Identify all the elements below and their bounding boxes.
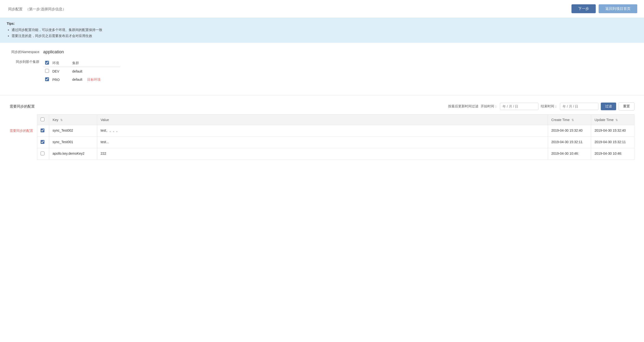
cluster-td-env-dev: DEV <box>50 67 70 76</box>
filter-end-date[interactable] <box>560 103 598 110</box>
row-checkbox-2[interactable] <box>40 152 44 156</box>
cluster-table-container: 环境 集群 DEV default <box>43 59 120 84</box>
config-table-wrapper: 需要同步的配置 Key ⇅ Value <box>10 114 634 160</box>
config-section-title: 需要同步的配置 <box>10 104 35 109</box>
td-check-2 <box>37 148 49 160</box>
filter-label: 按最后更新时间过滤 <box>448 104 478 108</box>
cluster-td-check-dev <box>43 67 50 76</box>
table-row: sync_Test001 test... 2019-04-30 15:32:11… <box>37 137 634 148</box>
header-buttons: 下一步 返回到项目首页 <box>572 4 637 13</box>
td-create-1: 2019-04-30 15:32:11 <box>548 137 591 148</box>
cluster-th-env: 环境 <box>50 59 70 67</box>
select-all-checkbox[interactable] <box>40 118 44 121</box>
namespace-label: 同步的Namespace <box>10 50 43 54</box>
tip-item-2: 需要注意的是，同步完之后需要发布后才会对应用生效 <box>12 33 637 39</box>
table-scroll-container: Key ⇅ Value Create Time ⇅ Update Time <box>37 114 634 160</box>
next-step-button[interactable]: 下一步 <box>572 4 596 13</box>
data-table-header-row: Key ⇅ Value Create Time ⇅ Update Time <box>37 114 634 125</box>
td-value-0: test。。。。 <box>97 125 548 137</box>
table-row: apollo.key.demoKey2 222 2019-04-30 10:46… <box>37 148 634 160</box>
th-value: Value <box>97 114 548 125</box>
row-checkbox-1[interactable] <box>40 140 44 144</box>
td-create-2: 2019-04-30 10:46: <box>548 148 591 160</box>
td-value-2: 222 <box>97 148 548 160</box>
config-data-table: Key ⇅ Value Create Time ⇅ Update Time <box>37 114 634 160</box>
th-key: Key ⇅ <box>49 114 97 125</box>
filter-area: 按最后更新时间过滤 开始时间： 结束时间： 过滤 重置 <box>40 102 634 110</box>
config-header: 需要同步的配置 按最后更新时间过滤 开始时间： 结束时间： 过滤 重置 <box>10 102 634 110</box>
create-sort-icon: ⇅ <box>572 118 574 122</box>
filter-start-label: 开始时间： <box>481 104 498 108</box>
cluster-checkbox-pro[interactable] <box>45 77 49 81</box>
cluster-checkbox-dev[interactable] <box>45 69 49 73</box>
cluster-label: 同步到那个集群 <box>10 59 43 64</box>
cluster-check-all[interactable] <box>45 61 49 64</box>
th-create-time: Create Time ⇅ <box>548 114 591 125</box>
td-key-2: apollo.key.demoKey2 <box>49 148 97 160</box>
update-sort-icon: ⇅ <box>616 118 618 122</box>
cluster-table-header-row: 环境 集群 <box>43 59 120 67</box>
filter-start-date[interactable] <box>500 103 538 110</box>
cluster-th-check <box>43 59 50 67</box>
back-to-home-button[interactable]: 返回到项目首页 <box>598 4 637 13</box>
key-sort-icon: ⇅ <box>60 118 63 122</box>
tip-item-1: 通过同步配置功能，可以使多个环境、集群间的配置保持一致 <box>12 27 637 33</box>
filter-end-label: 结束时间： <box>541 104 558 108</box>
row-checkbox-0[interactable] <box>40 128 44 132</box>
td-key-1: sync_Test001 <box>49 137 97 148</box>
namespace-row: 同步的Namespace application <box>10 50 634 54</box>
td-value-1: test... <box>97 137 548 148</box>
td-key-0: sync_Test002 <box>49 125 97 137</box>
th-check <box>37 114 49 125</box>
reset-button[interactable]: 重置 <box>618 102 634 110</box>
page-header: 同步配置 （第一步:选择同步信息） 下一步 返回到项目首页 <box>0 0 644 18</box>
namespace-value: application <box>43 50 64 54</box>
tips-list: 通过同步配置功能，可以使多个环境、集群间的配置保持一致 需要注意的是，同步完之后… <box>7 27 637 39</box>
td-update-2: 2019-04-30 10:46: <box>591 148 634 160</box>
filter-button[interactable]: 过滤 <box>601 102 616 110</box>
target-env-label: 目标环境 <box>87 78 100 82</box>
config-section: 需要同步的配置 按最后更新时间过滤 开始时间： 结束时间： 过滤 重置 需要同步… <box>0 96 644 166</box>
subtitle-text: （第一步:选择同步信息） <box>26 7 66 11</box>
page-title: 同步配置 （第一步:选择同步信息） <box>7 6 66 12</box>
td-update-0: 2019-04-30 15:32:40 <box>591 125 634 137</box>
th-update-time: Update Time ⇅ <box>591 114 634 125</box>
title-text: 同步配置 <box>8 7 22 11</box>
td-check-0 <box>37 125 49 137</box>
cluster-row-dev: DEV default <box>43 67 120 76</box>
cluster-td-cluster-dev: default <box>70 67 120 76</box>
td-create-0: 2019-04-30 15:32:40 <box>548 125 591 137</box>
cluster-th-cluster: 集群 <box>70 59 120 67</box>
td-update-1: 2019-04-30 15:32:11 <box>591 137 634 148</box>
cluster-td-cluster-pro: default 目标环境 <box>70 76 120 84</box>
config-side-label: 需要同步的配置 <box>10 114 37 133</box>
cluster-table: 环境 集群 DEV default <box>43 59 120 84</box>
sync-config-section: 同步的Namespace application 同步到那个集群 环境 集群 <box>0 43 644 96</box>
tips-title: Tips: <box>7 22 637 26</box>
cluster-td-check-pro <box>43 76 50 84</box>
cluster-row: 同步到那个集群 环境 集群 <box>10 59 634 84</box>
td-check-1 <box>37 137 49 148</box>
tips-section: Tips: 通过同步配置功能，可以使多个环境、集群间的配置保持一致 需要注意的是… <box>0 18 644 43</box>
cluster-td-env-pro: PRO <box>50 76 70 84</box>
cluster-row-pro: PRO default 目标环境 <box>43 76 120 84</box>
table-row: sync_Test002 test。。。。 2019-04-30 15:32:4… <box>37 125 634 137</box>
